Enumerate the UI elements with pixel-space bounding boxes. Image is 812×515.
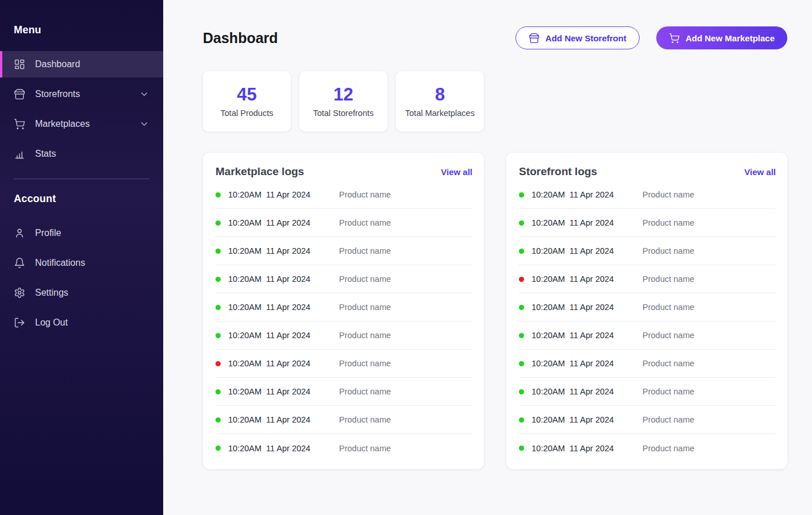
sidebar-item-label: Dashboard [35, 59, 80, 69]
log-row: 10:20AM11 Apr 2024Product name [519, 406, 776, 434]
panel-title: Marketplace logs [215, 165, 304, 178]
cart-icon [14, 118, 25, 130]
log-time: 10:20AM [532, 444, 565, 453]
log-product-name: Product name [339, 274, 391, 284]
user-icon [14, 227, 25, 239]
log-meta: 10:20AM11 Apr 2024 [532, 303, 631, 312]
status-dot-success [215, 220, 221, 226]
log-product-name: Product name [642, 444, 694, 453]
log-product-name: Product name [339, 218, 391, 227]
status-dot-success [215, 305, 221, 310]
add-new-marketplace-button[interactable]: Add New Marketplace [656, 26, 787, 49]
status-dot-success [519, 389, 524, 394]
topbar-actions: Add New Storefront Add New Marketplace [515, 26, 787, 49]
log-date: 11 Apr 2024 [569, 444, 614, 453]
topbar: Dashboard Add New Storefront Add New Mar… [203, 26, 787, 49]
log-product-name: Product name [642, 218, 694, 227]
log-date: 11 Apr 2024 [266, 190, 310, 199]
gear-icon [14, 287, 25, 299]
add-new-storefront-button[interactable]: Add New Storefront [515, 26, 640, 49]
log-product-name: Product name [642, 274, 694, 284]
log-time: 10:20AM [532, 303, 565, 312]
log-time: 10:20AM [228, 246, 261, 255]
log-product-name: Product name [339, 331, 391, 340]
page-title: Dashboard [203, 30, 278, 47]
log-meta: 10:20AM11 Apr 2024 [532, 246, 631, 255]
log-row: 10:20AM11 Apr 2024Product name [519, 434, 776, 462]
log-meta: 10:20AM11 Apr 2024 [228, 444, 328, 453]
log-product-name: Product name [642, 387, 694, 396]
sidebar-account: ProfileNotificationsSettingsLog Out [0, 220, 163, 336]
status-dot-success [215, 417, 221, 423]
stat-card-total-marketplaces: 8Total Marketplaces [396, 71, 484, 131]
view-all-link[interactable]: View all [441, 167, 472, 177]
log-meta: 10:20AM11 Apr 2024 [532, 387, 631, 396]
status-dot-success [519, 417, 524, 423]
log-meta: 10:20AM11 Apr 2024 [228, 359, 328, 368]
sidebar-item-dashboard[interactable]: Dashboard [0, 51, 163, 78]
log-date: 11 Apr 2024 [569, 359, 614, 368]
sidebar-item-profile[interactable]: Profile [0, 220, 163, 246]
log-product-name: Product name [339, 415, 391, 424]
storefront-icon [529, 33, 540, 44]
log-panels: Marketplace logsView all10:20AM11 Apr 20… [203, 153, 787, 469]
log-time: 10:20AM [532, 387, 565, 396]
log-meta: 10:20AM11 Apr 2024 [228, 415, 328, 424]
log-time: 10:20AM [228, 190, 261, 199]
sidebar-item-label: Settings [35, 288, 68, 298]
log-time: 10:20AM [228, 303, 261, 312]
log-date: 11 Apr 2024 [569, 415, 614, 424]
log-date: 11 Apr 2024 [266, 246, 310, 255]
sidebar-item-label: Stats [35, 149, 56, 159]
stat-label: Total Storefronts [313, 109, 374, 118]
log-row: 10:20AM11 Apr 2024Product name [519, 237, 776, 265]
log-date: 11 Apr 2024 [266, 415, 310, 424]
log-date: 11 Apr 2024 [266, 359, 310, 368]
status-dot-success [519, 249, 524, 254]
log-product-name: Product name [642, 303, 694, 312]
stat-label: Total Marketplaces [405, 109, 475, 118]
log-product-name: Product name [339, 246, 391, 255]
status-dot-success [215, 446, 221, 451]
log-date: 11 Apr 2024 [266, 387, 310, 396]
log-time: 10:20AM [532, 218, 565, 227]
sidebar-item-label: Notifications [35, 258, 85, 268]
sidebar-item-stats[interactable]: Stats [0, 141, 163, 167]
log-time: 10:20AM [532, 331, 565, 340]
status-dot-success [215, 192, 221, 198]
log-time: 10:20AM [228, 359, 261, 368]
status-dot-success [215, 249, 221, 254]
log-date: 11 Apr 2024 [266, 303, 310, 312]
log-meta: 10:20AM11 Apr 2024 [228, 303, 328, 312]
log-product-name: Product name [642, 359, 694, 368]
add-new-storefront-label: Add New Storefront [545, 33, 626, 43]
log-meta: 10:20AM11 Apr 2024 [228, 190, 328, 199]
log-product-name: Product name [339, 303, 391, 312]
log-meta: 10:20AM11 Apr 2024 [532, 415, 631, 424]
log-meta: 10:20AM11 Apr 2024 [532, 331, 631, 340]
log-date: 11 Apr 2024 [569, 218, 614, 227]
log-row: 10:20AM11 Apr 2024Product name [215, 265, 472, 293]
sidebar-divider [14, 179, 149, 179]
stat-value: 12 [333, 86, 353, 103]
log-time: 10:20AM [532, 190, 565, 199]
sidebar-item-marketplaces[interactable]: Marketplaces [0, 111, 163, 137]
sidebar-item-storefronts[interactable]: Storefronts [0, 81, 163, 107]
log-row: 10:20AM11 Apr 2024Product name [519, 209, 776, 237]
log-row: 10:20AM11 Apr 2024Product name [519, 350, 776, 378]
stat-card-total-storefronts: 12Total Storefronts [299, 71, 387, 131]
log-date: 11 Apr 2024 [266, 444, 310, 453]
log-date: 11 Apr 2024 [569, 303, 614, 312]
bar-chart-icon [14, 148, 25, 160]
view-all-link[interactable]: View all [744, 167, 776, 177]
sidebar-item-log-out[interactable]: Log Out [0, 309, 163, 336]
sidebar-item-label: Storefronts [35, 89, 80, 99]
cart-icon [669, 33, 680, 44]
log-time: 10:20AM [532, 274, 565, 284]
log-date: 11 Apr 2024 [569, 274, 614, 284]
storefront-logs-panel: Storefront logsView all10:20AM11 Apr 202… [506, 153, 787, 469]
account-heading: Account [0, 193, 163, 205]
sidebar-item-notifications[interactable]: Notifications [0, 250, 163, 276]
sidebar-item-settings[interactable]: Settings [0, 280, 163, 306]
log-time: 10:20AM [228, 331, 261, 340]
